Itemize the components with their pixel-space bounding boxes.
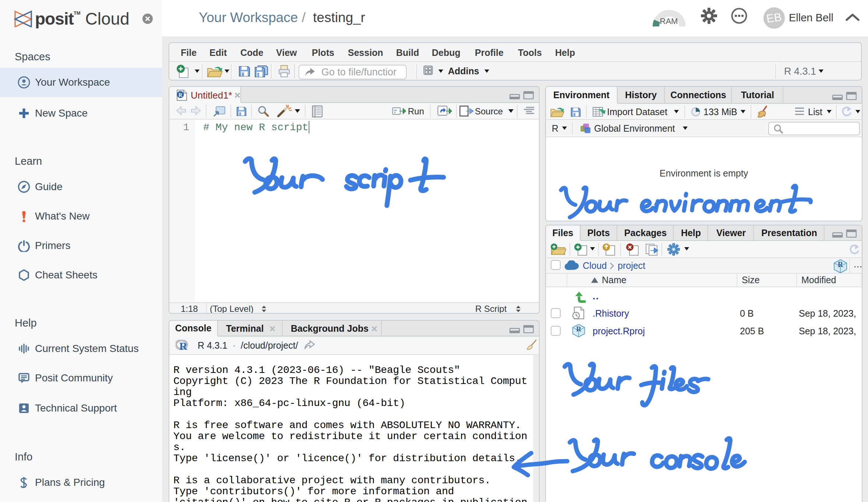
svg-text:R: R bbox=[576, 325, 581, 333]
svg-text:R: R bbox=[179, 340, 187, 351]
svg-text:RAM: RAM bbox=[660, 17, 678, 26]
svg-text:R: R bbox=[838, 260, 843, 268]
svg-text:R: R bbox=[179, 92, 183, 98]
